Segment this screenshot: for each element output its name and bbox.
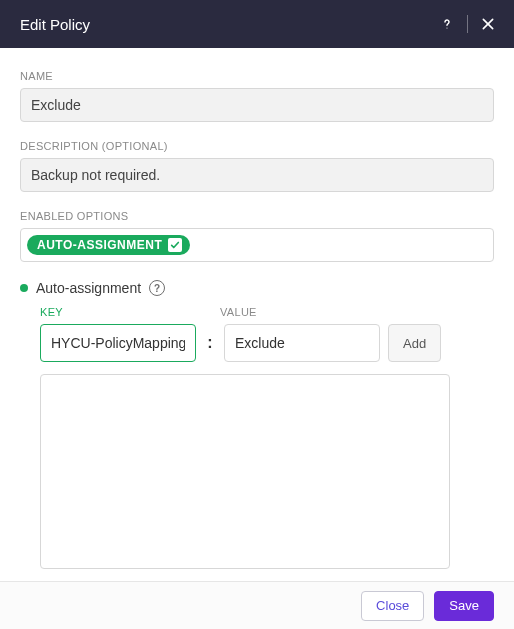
- dialog-header: Edit Policy: [0, 0, 514, 48]
- svg-point-0: [446, 27, 447, 28]
- mappings-list: [40, 374, 450, 569]
- description-group: DESCRIPTION (OPTIONAL): [20, 140, 494, 192]
- enabled-options-group: ENABLED OPTIONS AUTO-ASSIGNMENT: [20, 210, 494, 262]
- help-icon[interactable]: [437, 14, 457, 34]
- save-button[interactable]: Save: [434, 591, 494, 621]
- status-dot-icon: [20, 284, 28, 292]
- header-actions: [437, 14, 498, 34]
- description-input[interactable]: [20, 158, 494, 192]
- kv-row: : Add: [40, 324, 494, 362]
- enabled-options-label: ENABLED OPTIONS: [20, 210, 494, 222]
- value-label: VALUE: [220, 306, 376, 318]
- dialog-footer: Close Save: [0, 581, 514, 629]
- close-button[interactable]: Close: [361, 591, 424, 621]
- auto-assignment-chip[interactable]: AUTO-ASSIGNMENT: [27, 235, 190, 255]
- close-icon[interactable]: [478, 14, 498, 34]
- auto-assignment-title: Auto-assignment: [36, 280, 141, 296]
- description-label: DESCRIPTION (OPTIONAL): [20, 140, 494, 152]
- header-divider: [467, 15, 468, 33]
- name-label: NAME: [20, 70, 494, 82]
- name-group: NAME: [20, 70, 494, 122]
- kv-labels: KEY VALUE: [40, 306, 494, 318]
- check-icon: [168, 238, 182, 252]
- question-icon[interactable]: ?: [149, 280, 165, 296]
- edit-policy-dialog: Edit Policy NAME DESCRIPTION (OPTIONAL) …: [0, 0, 514, 629]
- key-input[interactable]: [40, 324, 196, 362]
- dialog-title: Edit Policy: [20, 16, 437, 33]
- dialog-body: NAME DESCRIPTION (OPTIONAL) ENABLED OPTI…: [0, 48, 514, 581]
- key-value-area: KEY VALUE : Add: [20, 306, 494, 362]
- chip-label: AUTO-ASSIGNMENT: [37, 238, 162, 252]
- add-button[interactable]: Add: [388, 324, 441, 362]
- colon-separator: :: [204, 334, 216, 352]
- enabled-options-box[interactable]: AUTO-ASSIGNMENT: [20, 228, 494, 262]
- key-label: KEY: [40, 306, 196, 318]
- value-input[interactable]: [224, 324, 380, 362]
- auto-assignment-section-header: Auto-assignment ?: [20, 280, 494, 296]
- name-input[interactable]: [20, 88, 494, 122]
